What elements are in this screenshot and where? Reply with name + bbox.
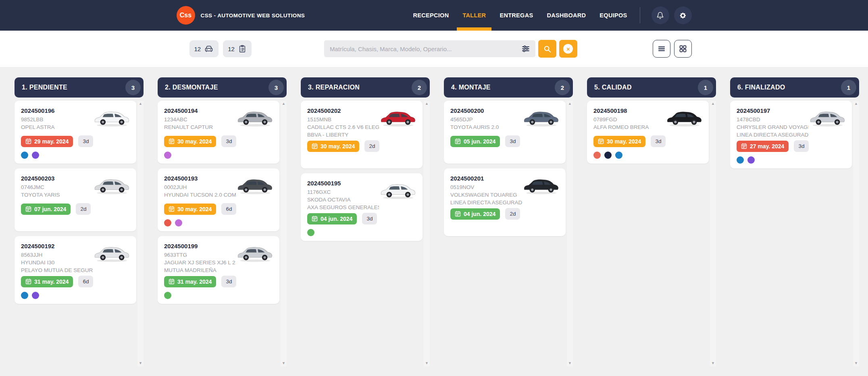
vehicle-model: VOLKSWAGEN TOUAREG bbox=[450, 191, 522, 199]
column-scroll-area[interactable]: ▲▼20245001941234ABCRENAULT CAPTUR 30 may… bbox=[158, 101, 287, 366]
order-count: 12 bbox=[228, 46, 235, 52]
settings-button[interactable] bbox=[674, 6, 692, 24]
grid-view-button[interactable] bbox=[674, 40, 692, 58]
card-list: 20245001980789FGDALFA ROMEO BRERA 30 may… bbox=[587, 101, 709, 164]
order-card[interactable]: 20245002010519NOVVOLKSWAGEN TOUAREGLINEA… bbox=[444, 168, 566, 236]
days-badge: 2d bbox=[76, 203, 91, 215]
column-scrollbar[interactable]: ▲▼ bbox=[567, 101, 573, 366]
scroll-up-icon[interactable]: ▲ bbox=[139, 102, 142, 106]
badge-row: 30 may. 20246d bbox=[164, 203, 274, 215]
order-card[interactable]: 20245001999633TTGJAGUAR XJ SERIES XJ6 L … bbox=[158, 236, 279, 304]
vehicle-image bbox=[93, 106, 131, 129]
card-list: 20245001941234ABCRENAULT CAPTUR 30 may. … bbox=[158, 101, 279, 304]
badge-row: 04 jun. 20242d bbox=[450, 208, 560, 220]
vehicle-thumbnail bbox=[93, 106, 131, 131]
calendar-icon bbox=[169, 206, 175, 212]
vehicle-counter[interactable]: 12 bbox=[189, 40, 219, 57]
search-input[interactable] bbox=[330, 46, 517, 52]
navbar: Css CSS - AUTOMOTIVE WEB SOLUTIONS RECEP… bbox=[0, 0, 868, 31]
column-scroll-area[interactable]: ▲▼20245002004565DJPTOYOTA AURIS 2.0 05 j… bbox=[444, 101, 573, 366]
scroll-up-icon[interactable]: ▲ bbox=[711, 102, 715, 106]
nav-item-dashboard[interactable]: DASHBOARD bbox=[540, 0, 593, 31]
status-dot-row bbox=[164, 219, 274, 226]
kanban-column: 2. DESMONTAJE3▲▼20245001941234ABCRENAULT… bbox=[158, 77, 287, 366]
column-scroll-area[interactable]: ▲▼20245001971478CBDCHRYSLER GRAND VOYAGE… bbox=[730, 101, 859, 366]
scroll-up-icon[interactable]: ▲ bbox=[425, 102, 429, 106]
card-text-block: 20245001999633TTGJAGUAR XJ SERIES XJ6 L … bbox=[164, 241, 236, 274]
vehicle-model: SKODA OCTAVIA bbox=[307, 196, 379, 204]
status-dot bbox=[175, 219, 182, 226]
app-logo[interactable]: Css bbox=[177, 6, 195, 25]
clear-search-button[interactable]: × bbox=[559, 40, 577, 58]
column-scrollbar[interactable]: ▲▼ bbox=[853, 101, 859, 366]
column-scroll-area[interactable]: ▲▼20245001980789FGDALFA ROMEO BRERA 30 m… bbox=[587, 101, 716, 366]
status-dot-row bbox=[593, 152, 703, 159]
column-count-badge: 3 bbox=[269, 80, 284, 95]
order-card[interactable]: 20245002030746JMCTOYOTA YARIS 07 jun. 20… bbox=[15, 168, 136, 231]
calendar-icon bbox=[169, 138, 175, 144]
column-scroll-area[interactable]: ▲▼20245002021515MNBCADILLAC CTS 2.6 V6 E… bbox=[301, 101, 430, 366]
scroll-down-icon[interactable]: ▼ bbox=[139, 361, 142, 365]
scroll-up-icon[interactable]: ▲ bbox=[854, 102, 858, 106]
badge-row: 30 may. 20243d bbox=[164, 135, 274, 147]
column-scrollbar[interactable]: ▲▼ bbox=[281, 101, 287, 366]
column-scrollbar[interactable]: ▲▼ bbox=[710, 101, 716, 366]
order-card[interactable]: 20245001941234ABCRENAULT CAPTUR 30 may. … bbox=[158, 101, 279, 164]
order-card[interactable]: 20245002021515MNBCADILLAC CTS 2.6 V6 ELE… bbox=[301, 101, 423, 168]
list-view-icon bbox=[657, 44, 666, 53]
vehicle-count: 12 bbox=[194, 46, 201, 52]
order-card[interactable]: 20245001980789FGDALFA ROMEO BRERA 30 may… bbox=[587, 101, 709, 164]
order-card[interactable]: 20245001928563JJHHYUNDAI I30PELAYO MUTUA… bbox=[15, 236, 136, 304]
column-scrollbar[interactable]: ▲▼ bbox=[424, 101, 430, 366]
search-button[interactable] bbox=[538, 40, 556, 58]
order-counter[interactable]: 12 bbox=[223, 40, 252, 57]
date-badge: 27 may. 2024 bbox=[737, 141, 789, 152]
car-icon bbox=[204, 44, 214, 54]
order-card[interactable]: 20245002004565DJPTOYOTA AURIS 2.0 05 jun… bbox=[444, 101, 566, 164]
order-card[interactable]: 20245001969852LBBOPEL ASTRA 29 may. 2024… bbox=[15, 101, 136, 164]
license-plate: 1478CBD bbox=[737, 116, 808, 123]
card-text-block: 20245002004565DJPTOYOTA AURIS 2.0 bbox=[450, 106, 522, 131]
notifications-button[interactable] bbox=[652, 6, 669, 24]
days-badge: 2d bbox=[364, 140, 379, 152]
status-dot-row bbox=[737, 156, 846, 164]
scroll-down-icon[interactable]: ▼ bbox=[854, 361, 858, 365]
card-text-block: 20245001980789FGDALFA ROMEO BRERA bbox=[593, 106, 665, 131]
scroll-down-icon[interactable]: ▼ bbox=[568, 361, 572, 365]
days-badge: 3d bbox=[362, 213, 377, 224]
column-scroll-area[interactable]: ▲▼20245001969852LBBOPEL ASTRA 29 may. 20… bbox=[15, 101, 144, 366]
scroll-down-icon[interactable]: ▼ bbox=[711, 361, 715, 365]
nav-item-recepcion[interactable]: RECEPCION bbox=[406, 0, 456, 31]
license-plate: 0519NOV bbox=[450, 183, 522, 191]
scroll-down-icon[interactable]: ▼ bbox=[282, 361, 285, 365]
nav-item-entregas[interactable]: ENTREGAS bbox=[493, 0, 540, 31]
order-card[interactable]: 20245001930002JUHHYUNDAI TUCSON 2.0 COMF… bbox=[158, 168, 279, 231]
card-text-block: 20245002021515MNBCADILLAC CTS 2.6 V6 ELE… bbox=[307, 106, 379, 139]
column-scrollbar[interactable]: ▲▼ bbox=[137, 101, 144, 366]
order-card[interactable]: 20245001971478CBDCHRYSLER GRAND VOYAGER … bbox=[730, 101, 852, 168]
date-badge: 07 jun. 2024 bbox=[21, 204, 71, 215]
list-view-button[interactable] bbox=[653, 40, 670, 58]
calendar-icon bbox=[312, 216, 318, 222]
status-dot-row bbox=[307, 229, 417, 236]
order-card[interactable]: 20245001951176GXCSKODA OCTAVIAAXA SEGURO… bbox=[301, 173, 423, 241]
kanban-column: 4. MONTAJE2▲▼20245002004565DJPTOYOTA AUR… bbox=[444, 77, 573, 366]
vehicle-thumbnail bbox=[522, 106, 560, 131]
order-number: 2024500193 bbox=[164, 174, 236, 183]
order-number: 2024500201 bbox=[450, 174, 522, 183]
scroll-down-icon[interactable]: ▼ bbox=[425, 361, 429, 365]
scroll-up-icon[interactable]: ▲ bbox=[282, 102, 285, 106]
insurance-company: PELAYO MUTUA DE SEGUROS, S.A. bbox=[21, 266, 93, 274]
date-text: 04 jun. 2024 bbox=[464, 211, 495, 217]
brand-title: CSS - AUTOMOTIVE WEB SOLUTIONS bbox=[201, 12, 305, 19]
date-text: 07 jun. 2024 bbox=[34, 206, 66, 212]
date-text: 30 may. 2024 bbox=[177, 138, 212, 145]
nav-item-equipos[interactable]: EQUIPOS bbox=[593, 0, 634, 31]
vehicle-model: TOYOTA AURIS 2.0 bbox=[450, 123, 522, 131]
card-text-block: 20245002030746JMCTOYOTA YARIS bbox=[21, 174, 93, 199]
scroll-up-icon[interactable]: ▲ bbox=[568, 102, 572, 106]
status-dot bbox=[307, 229, 314, 236]
filters-icon[interactable] bbox=[521, 44, 531, 54]
date-badge: 05 jun. 2024 bbox=[450, 136, 500, 147]
nav-item-taller[interactable]: TALLER bbox=[456, 0, 493, 31]
